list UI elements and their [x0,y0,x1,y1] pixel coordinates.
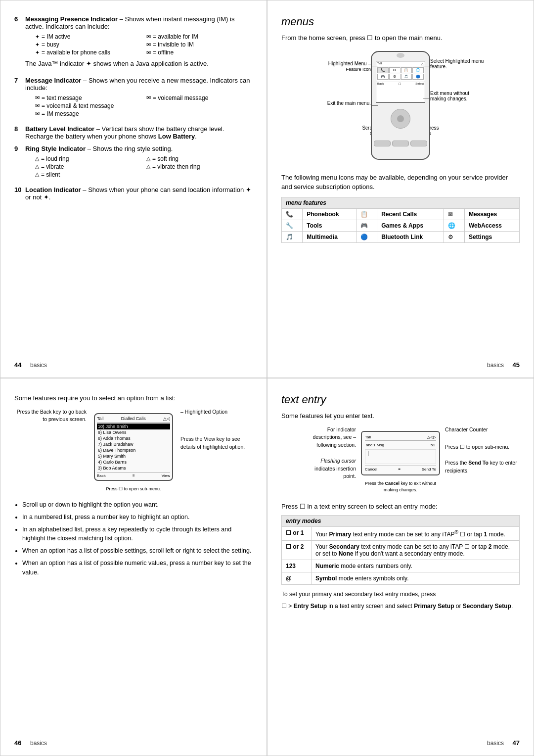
entry-mode-1: ☐ or 1 Your Primary text entry mode can … [282,527,520,541]
item-6-content: Messaging Presence Indicator – Shows whe… [25,15,253,72]
screen-icon: 🎮 [377,74,389,80]
indicator-avail-phone: ✦ = available for phone calls [35,49,141,56]
indicator-soft: △ = soft ring [146,155,253,162]
screen-status-bar: Tall△ [376,61,425,66]
menu-name-phonebook: Phonebook [303,208,356,220]
menu-icon-phonebook: 📞 [282,208,303,220]
page-45-num: 45 [513,361,520,369]
page-46-intro: Some features require you to select an o… [14,393,253,403]
screen-icon: 🌐 [412,67,424,73]
ind-label: = invisible to IM [153,41,194,48]
item-9-number: 9 [14,145,23,181]
menu-name-web: WebAccess [464,220,519,231]
list-item-3: 8) Adda Thomas [97,435,170,441]
text-annot-right: Character Counter Press ☐ to open sub-me… [445,426,520,478]
nav-circle [391,109,410,129]
item-9-indicators: △ = loud ring △ = soft ring △ = vibrate … [35,155,253,178]
menus-intro: From the home screen, press ☐ to open th… [281,33,520,43]
menu-name-recent: Recent Calls [377,208,444,220]
list-item-4: 7) Jack Bradshaw [97,441,170,447]
page-46: Some features require you to select an o… [0,378,267,756]
menu-icon-bluetooth: 🔵 [356,231,377,242]
arrow-line-4 [372,105,378,106]
text-screen-body [365,449,436,464]
text-entry-title: text entry [281,393,520,406]
bullet-list: Scroll up or down to highlight the optio… [22,500,253,577]
ind-label: = vibrate then ring [152,163,200,170]
item-6-note: The Java™ indicator ✦ shows when a Java … [25,59,253,69]
menu-features-header: menu features [282,197,520,208]
item-7-number: 7 [14,77,23,120]
center-softkey [392,141,409,146]
text-mode-indicator: abc 1 Msg [366,443,384,447]
menu-icon-games: 🎮 [356,220,377,231]
left-softkey [374,141,391,146]
ind-label: = silent [41,171,60,178]
item-8-content: Battery Level Indicator – Vertical bars … [25,125,253,140]
indicator-offline: ✉ = offline [146,49,253,56]
ind-label: = vibrate [41,163,64,170]
text-footer-mid: ≡ [399,467,401,472]
page-47-num: 47 [513,739,520,747]
menu-icon-web: 🌐 [444,220,464,231]
nav-center [397,115,404,122]
entry-mode-4: @ Symbol mode enters symbols only. [282,572,520,585]
phone-list-diagram: Tall Dialled Calls △◁ 10) John Smith 9) … [94,413,173,481]
bullet-5: When an option has a list of possible nu… [22,559,253,577]
entry-modes-header: entry modes [282,516,520,527]
text-footer-cancel: Cancel [365,467,377,472]
entry-key-4: @ [282,572,312,585]
ind-label: = loud ring [41,155,69,162]
entry-key-1: ☐ or 1 [282,527,312,541]
list-annot-left: Press the Back key to go back to previou… [14,408,87,427]
annot-view-key: Press the View key to see details of hig… [180,435,253,451]
screen-icon: ⚙ [389,74,400,80]
text-phone-diagram: Tall △◁▷ abc 1 Msg 51 Cancel ≡ Send To [361,431,440,475]
list-item-5: 6) Dave Thompson [97,447,170,453]
menu-name-settings: Settings [464,231,519,242]
annot-for-indicator: For indicatordescriptions, see –followin… [281,426,356,449]
annot-flashing-cursor: Flashing cursorindicates insertionpoint. [281,457,356,480]
item-10-content: Location Indicator – Shows when your pho… [25,186,253,201]
screen-icon: ✉ [389,67,400,73]
text-annot-left: For indicatordescriptions, see –followin… [281,426,356,484]
page-47: text entry Some features let you enter t… [267,378,534,756]
footer-text-2: ☐ > Entry Setup in a text entry screen a… [281,602,520,611]
item-8: 8 Battery Level Indicator – Vertical bar… [14,125,253,140]
submenu-note: Press ☐ to open sub-menu. [91,486,176,493]
annot-exit-main: Exit the main menu. [316,100,371,106]
ind-label: = voicemail & text message [42,102,114,109]
list-item-8: 3) Bob Adams [97,465,170,471]
page-45: menus From the home screen, press ☐ to o… [267,0,534,378]
item-8-title: Battery Level Indicator [25,125,94,133]
list-item-7: 4) Carlo Barns [97,459,170,465]
page-46-label: basics [30,740,47,747]
footer-text-1: To set your primary and secondary text e… [281,590,520,599]
phone-screen: Tall△ 📞 ✉ 📋 🌐 🎮 ⚙ 🎵 🔵 Back☐Sele [376,61,425,103]
entry-desc-4: Symbol mode enters symbols only. [312,572,520,585]
screen-icon: 🔵 [412,74,424,80]
text-screen-indicator-row: abc 1 Msg 51 [365,442,436,448]
menu-icon-settings: ⚙ [444,231,464,242]
indicator-invisible: ✉ = invisible to IM [146,41,253,48]
menu-name-games: Games & Apps [377,220,444,231]
list-item-2: 9) Lisa Owens [97,429,170,435]
item-7: 7 Message Indicator – Shows when you rec… [14,77,253,120]
annot-highlighted: – Highlighted Option [180,408,253,416]
right-softkey [410,141,427,146]
text-screen-footer: Cancel ≡ Send To [365,466,436,472]
phone-body: Tall△ 📞 ✉ 📋 🌐 🎮 ⚙ 🎵 🔵 Back☐Sele [371,51,430,160]
item-6-number: 6 [14,15,23,72]
ind-label: = voicemail message [153,94,208,101]
menu-row-1: 📞 Phonebook 📋 Recent Calls ✉ Messages [282,208,520,220]
list-title: Dialled Calls [121,416,146,421]
menu-icon-recent: 📋 [356,208,377,220]
item-9-content: Ring Style Indicator – Shows the ring st… [25,145,253,181]
item-10: 10 Location Indicator – Shows when your … [14,186,253,201]
menu-row-2: 🔧 Tools 🎮 Games & Apps 🌐 WebAccess [282,220,520,231]
page-44: 6 Messaging Presence Indicator – Shows w… [0,0,267,378]
bullet-1: Scroll up or down to highlight the optio… [22,500,253,510]
cancel-note: Press the Cancel key to exit without mak… [361,480,440,494]
menu-phone-diagram: Highlighted Menu –Feature Icon Select Hi… [281,51,520,165]
item-6-title: Messaging Presence Indicator [25,15,118,23]
